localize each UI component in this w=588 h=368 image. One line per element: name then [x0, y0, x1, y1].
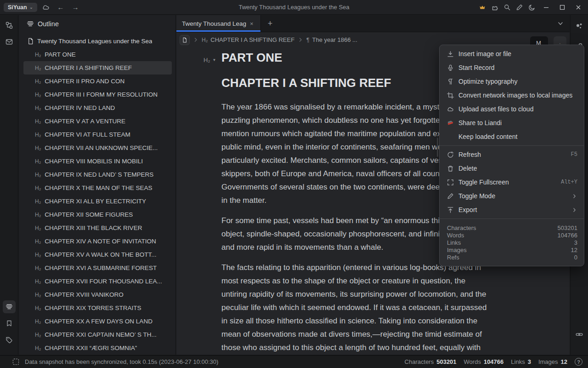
breadcrumb-doc-button[interactable] — [180, 35, 190, 45]
menu-item-convert-images[interactable]: Convert network images to local images — [440, 88, 584, 102]
forward-arrow-icon: → — [72, 3, 79, 11]
outline-item[interactable]: H₂CHAPTER XIV A NOTE OF INVITATION — [23, 235, 172, 248]
outline-item[interactable]: H₂CHAPTER V AT A VENTURE — [23, 115, 172, 128]
menu-item-toggle-fullscreen[interactable]: Toggle Fullscreen Alt+Y — [440, 175, 584, 189]
outline-item[interactable]: H₂CHAPTER VI AT FULL STEAM — [23, 128, 172, 141]
tab-menu-chevron-icon[interactable] — [557, 20, 564, 27]
outline-item[interactable]: H₂CHAPTER XVII FOUR THOUSAND LEA... — [23, 275, 172, 288]
block-gutter[interactable]: H₂ ▼ — [204, 57, 216, 63]
outline-item[interactable]: H₂CHAPTER XXI CAPTAIN NEMO’ S TH... — [23, 328, 172, 341]
outline-item[interactable]: H₂CHAPTER XII SOME FIGURES — [23, 208, 172, 221]
tab-bar: Twenty Thousand Leag × + — [176, 15, 570, 32]
count-characters: Characters503201 — [405, 358, 457, 365]
outline-item[interactable]: H₂CHAPTER XV A WALK ON THE BOTT... — [23, 248, 172, 261]
h2-badge: H₂ — [35, 105, 41, 111]
breadcrumb-heading[interactable]: H₂ CHAPTER I A SHIFTING REEF — [202, 36, 294, 43]
h2-badge: H₂ — [35, 212, 41, 218]
outline-item[interactable]: H₂CHAPTER IX NED LAND’ S TEMPERS — [23, 168, 172, 181]
maximize-icon — [559, 4, 566, 11]
snapshot-icon[interactable] — [12, 358, 19, 365]
search-button[interactable] — [501, 1, 513, 13]
search-icon — [503, 4, 511, 11]
outline-item[interactable]: H₂CHAPTER IV NED LAND — [23, 101, 172, 115]
h2-badge: H₂ — [35, 305, 41, 311]
cloud-icon — [447, 106, 454, 113]
outline-item[interactable]: H₂CHAPTER III I FORM MY RESOLUTION — [23, 88, 172, 101]
paragraph[interactable]: The facts relating to this apparition (e… — [221, 261, 487, 355]
minimize-button[interactable] — [538, 1, 554, 13]
menu-item-start-record[interactable]: Start Record — [440, 61, 584, 75]
subscription-button[interactable] — [476, 1, 488, 13]
outline-item[interactable]: H₂CHAPTER XX A FEW DAYS ON LAND — [23, 315, 172, 328]
outline-panel-header: Outline — [19, 15, 175, 33]
dock-inbox-button[interactable] — [3, 35, 16, 48]
export-icon — [447, 207, 454, 213]
menu-item-optimize-typography[interactable]: Optimize typography — [440, 75, 584, 88]
plugins-button[interactable] — [489, 1, 501, 13]
edit-mode-button[interactable] — [514, 1, 526, 13]
outline-doc-item[interactable]: Twenty Thousand Leagues under the Sea — [23, 34, 172, 48]
outline-item[interactable]: H₂CHAPTER XVI A SUBMARINE FOREST — [23, 261, 172, 275]
dock-graph-button[interactable] — [3, 19, 16, 32]
left-dock — [0, 15, 18, 355]
sync-cloud-button[interactable] — [40, 1, 52, 13]
outline-item[interactable]: H₂CHAPTER XIX TORRES STRAITS — [23, 301, 172, 315]
menu-item-toggle-mode[interactable]: Toggle Mode — [440, 189, 584, 203]
menu-item-delete[interactable]: Delete — [440, 161, 584, 175]
document-icon — [27, 38, 34, 45]
menu-item-export[interactable]: Export — [440, 203, 584, 217]
active-tab-indicator — [176, 30, 260, 32]
outline-item[interactable]: H₂CHAPTER XVIII VANIKORO — [23, 288, 172, 301]
outline-item-selected[interactable]: H₂CHAPTER I A SHIFTING REEF — [23, 61, 172, 75]
outline-item[interactable]: H₂CHAPTER XIII THE BLACK RIVER — [23, 221, 172, 235]
outline-item[interactable]: H₂PART ONE — [23, 48, 172, 61]
help-icon[interactable]: ? — [575, 358, 582, 366]
menu-item-share-liandi[interactable]: Share to Liandi — [440, 116, 584, 130]
stat-row: Links3 — [447, 239, 577, 247]
h2-badge: H₂ — [35, 92, 41, 98]
dock-bookmark-button[interactable] — [3, 317, 16, 330]
menu-item-keep-loaded[interactable]: Keep loaded content — [440, 130, 584, 144]
forward-button[interactable]: → — [69, 1, 81, 13]
outline-item[interactable]: H₂CHAPTER XXII “ÆGRI SOMNIA” — [23, 341, 172, 355]
menu-item-upload-cloud[interactable]: Upload asset files to cloud — [440, 102, 584, 116]
refresh-icon — [447, 151, 454, 158]
crop-icon — [447, 92, 454, 99]
fullscreen-icon — [447, 179, 454, 186]
typography-icon — [447, 78, 454, 85]
minimize-icon — [543, 4, 550, 11]
h2-badge: H₂ — [35, 198, 41, 205]
theme-button[interactable] — [526, 1, 538, 13]
h2-badge: H₂ — [35, 238, 41, 245]
breadcrumb-block[interactable]: ¶ The year 1866 ... — [306, 36, 357, 43]
dock-link-button[interactable] — [573, 328, 586, 341]
titlebar: SiYuan ⌄ ← → Twenty Thousand Leagues und… — [0, 0, 588, 15]
back-button[interactable]: ← — [55, 1, 67, 13]
cloud-icon — [42, 4, 50, 11]
outline-item[interactable]: H₂CHAPTER VIII MOBILIS IN MOBILI — [23, 155, 172, 168]
maximize-button[interactable] — [554, 1, 570, 13]
menu-item-insert-image[interactable]: Insert image or file — [440, 47, 584, 61]
editor-scrollbar[interactable] — [437, 138, 438, 157]
stat-row: Characters503201 — [447, 224, 577, 232]
app-menu-button[interactable]: SiYuan ⌄ — [4, 3, 37, 12]
outline-item[interactable]: H₂CHAPTER X THE MAN OF THE SEAS — [23, 181, 172, 195]
h2-badge: H₂ — [35, 292, 41, 298]
menu-item-refresh[interactable]: Refresh F5 — [440, 148, 584, 161]
outline-item[interactable]: H₂CHAPTER II PRO AND CON — [23, 75, 172, 88]
close-button[interactable] — [571, 1, 586, 13]
outline-panel-title: Outline — [38, 20, 59, 28]
tab-document[interactable]: Twenty Thousand Leag × — [176, 15, 261, 32]
app-name: SiYuan — [8, 4, 27, 11]
outline-item[interactable]: H₂CHAPTER VII AN UNKNOWN SPECIE... — [23, 141, 172, 155]
dock-tag-button[interactable] — [3, 334, 16, 346]
outline-icon — [6, 303, 13, 310]
count-words: Words104766 — [464, 358, 504, 365]
outline-item[interactable]: H₂CHAPTER XI ALL BY ELECTRICITY — [23, 195, 172, 208]
dock-graph-view-button[interactable] — [573, 20, 586, 33]
dock-outline-button[interactable] — [3, 300, 16, 313]
h2-badge: H₂ — [35, 252, 41, 258]
new-tab-button[interactable]: + — [261, 15, 279, 32]
close-icon — [575, 4, 582, 11]
tab-close-icon[interactable]: × — [250, 20, 254, 27]
